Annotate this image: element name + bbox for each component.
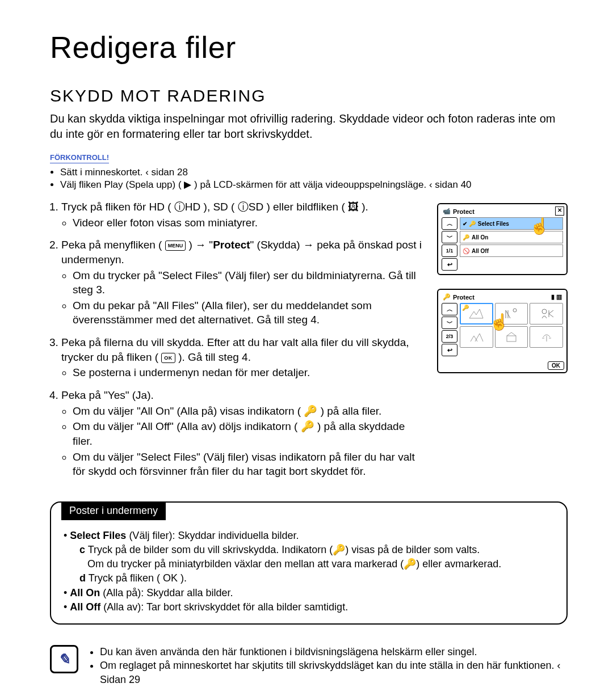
sub-line: • All On (Alla på): Skyddar alla bilder. (64, 586, 554, 600)
sub-line: • All Off (Alla av): Tar bort skrivskydd… (64, 600, 554, 614)
thumbnail[interactable]: 🔑 (460, 303, 493, 324)
thumbnail[interactable] (530, 303, 563, 324)
key-icon: 🔑 (443, 293, 451, 301)
down-button[interactable]: ﹀ (442, 231, 457, 243)
list-item: Sätt i minneskortet. ‹ sidan 28 (60, 167, 568, 178)
step-2: Peka på menyfliken ( MENU ) → "Protect" … (61, 238, 423, 327)
list-item: Välj fliken Play (Spela upp) ( ▶ ) på LC… (60, 179, 568, 191)
row-label: All On (472, 234, 488, 241)
intro-paragraph: Du kan skydda viktiga inspelningar mot o… (50, 111, 568, 142)
up-button[interactable]: ︿ (442, 303, 457, 315)
list-item: Se posterna i undermenyn nedan för mer d… (73, 365, 423, 380)
svg-rect-2 (507, 336, 516, 341)
panel-title: Protect (453, 294, 475, 301)
screenshot-protect-grid: 🔑 Protect ▮ ▥ ︿ ﹀ 2/3 ↩ 🔑 (437, 289, 568, 373)
steps-list: Tryck på fliken för HD ( ⓘHD ), SD ( ⓘSD… (50, 200, 423, 479)
text: Tryck på de bilder som du vill skrivskyd… (88, 544, 480, 555)
marker: d (79, 572, 86, 584)
text: Tryck på fliken ( OK ). (89, 572, 187, 584)
thumb-art (468, 330, 484, 344)
thumb-art (503, 307, 519, 321)
thumb-art (539, 307, 555, 321)
key-icon: 🔑 (462, 305, 469, 311)
list-item: Om du väljer "All Off" (Alla av) döljs i… (73, 419, 423, 448)
sub-line: d Tryck på fliken ( OK ). (64, 571, 554, 585)
section-heading: SKYDD MOT RADERING (50, 86, 568, 106)
row-icon: 🔑 (463, 234, 469, 241)
row-icon: 🚫 (463, 248, 469, 254)
list-item: Du kan även använda den här funktionen i… (100, 645, 568, 659)
text: (Välj filer): Skyddar individuella bilde… (126, 530, 299, 541)
up-button[interactable]: ︿ (442, 217, 457, 230)
list-item: Om du trycker på "Select Files" (Välj fi… (73, 268, 423, 297)
thumb-art (539, 330, 555, 344)
list-item: Om du pekar på "All Files" (Alla filer),… (73, 298, 423, 327)
text: (Alla på): Skyddar alla bilder. (100, 587, 233, 598)
text: Om du trycker på miniatyrbilden växlar d… (87, 558, 501, 570)
keyword-protect: Protect (213, 239, 250, 251)
thumbnail[interactable] (530, 326, 563, 348)
video-icon: 📹 (443, 208, 451, 215)
step-1: Tryck på fliken för HD ( ⓘHD ), SD ( ⓘSD… (61, 200, 423, 230)
panel-title: Protect (453, 208, 475, 215)
step-3: Peka på filerna du vill skydda. Efter at… (61, 335, 423, 380)
thumbnail[interactable] (460, 326, 493, 348)
back-button[interactable]: ↩ (442, 258, 457, 271)
thumbnail[interactable] (495, 303, 528, 324)
submenu-tag: Poster i undermeny (61, 501, 166, 520)
row-label: All Off (472, 248, 489, 254)
ok-icon: OK (161, 353, 175, 363)
step-text: Peka på filerna du vill skydda. Efter at… (61, 336, 409, 363)
list-item: Om du väljer "Select Files" (Välj filer)… (73, 450, 423, 479)
list-item: Videor eller foton visas som miniatyrer. (73, 216, 423, 230)
step-4: Peka på "Yes" (Ja). Om du väljer "All On… (61, 388, 423, 479)
thumb-art (503, 330, 519, 344)
list-item: Om reglaget på minneskortet har skjutits… (100, 659, 568, 686)
thumbnail[interactable] (495, 326, 528, 348)
note-block: ✎ Du kan även använda den här funktionen… (50, 645, 568, 686)
sub-line: c Tryck på de bilder som du vill skrivsk… (64, 543, 554, 557)
lead: All Off (70, 601, 100, 613)
list-item: Om du väljer "All On" (Alla på) visas in… (73, 404, 423, 419)
submenu-box: Poster i undermeny • Select Files (Välj … (50, 501, 568, 625)
row-icon: ✔ 🔑 (463, 221, 476, 227)
text: Peka på menyfliken ( (61, 239, 162, 251)
svg-point-0 (513, 309, 517, 312)
option-select-files[interactable]: ✔ 🔑 Select Files (460, 217, 563, 230)
back-button[interactable]: ↩ (442, 344, 457, 356)
pager: 2/3 (442, 330, 457, 343)
precheck-label: FÖRKONTROLL! (50, 153, 109, 163)
svg-point-1 (542, 309, 547, 314)
row-label: Select Files (478, 221, 509, 227)
ok-button[interactable]: OK (548, 361, 564, 370)
lead: Select Files (70, 530, 126, 541)
marker: c (79, 544, 85, 555)
step-text: Tryck på fliken för HD ( ⓘHD ), SD ( ⓘSD… (61, 201, 368, 213)
note-icon: ✎ (50, 645, 78, 673)
close-icon[interactable]: ✕ (555, 206, 564, 216)
battery-icon: ▮ ▥ (551, 293, 562, 301)
thumb-art (468, 307, 484, 321)
pager: 1/1 (442, 244, 457, 257)
option-all-on[interactable]: 🔑 All On (460, 231, 563, 243)
option-all-off[interactable]: 🚫 All Off (460, 244, 563, 257)
sub-line: Om du trycker på miniatyrbilden växlar d… (64, 557, 554, 571)
lead: All On (70, 587, 100, 598)
step-text: Peka på menyfliken ( MENU ) → "Protect" … (61, 239, 422, 265)
down-button[interactable]: ﹀ (442, 317, 457, 329)
text: ). Gå till steg 4. (178, 351, 251, 363)
menu-icon: MENU (165, 241, 186, 251)
page-title: Redigera ﬁler (50, 29, 568, 65)
text: (Alla av): Tar bort skrivskyddet för all… (100, 601, 348, 613)
precheck-list: Sätt i minneskortet. ‹ sidan 28 Välj fli… (50, 167, 568, 191)
sub-line: • Select Files (Välj filer): Skyddar ind… (64, 529, 554, 543)
screenshot-protect-menu: 📹 Protect ✕ ︿ ﹀ 1/1 ↩ ✔ 🔑 Select Files (437, 203, 568, 275)
step-text: Peka på "Yes" (Ja). (61, 389, 154, 401)
text: ) → " (188, 239, 213, 251)
